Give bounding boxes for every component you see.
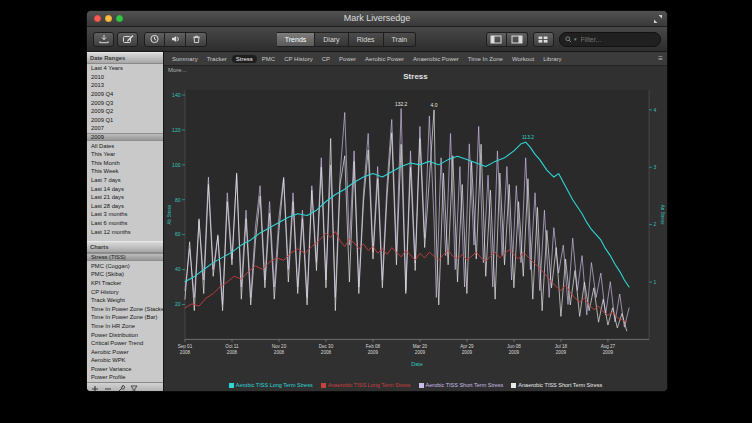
charts-list: Stress (TISS)PMC (Coggan)PMC (Skiba)KPI … <box>87 253 163 382</box>
add-icon[interactable] <box>91 385 99 391</box>
chart-menu-icon[interactable]: ≡ <box>658 55 663 63</box>
remove-icon[interactable] <box>104 385 112 391</box>
chart-list-item[interactable]: PMC (Coggan) <box>87 261 163 270</box>
chart-list-item[interactable]: Stress (TISS) <box>87 253 163 262</box>
date-range-item[interactable]: All Dates <box>87 141 163 150</box>
view-tab[interactable]: Train <box>384 32 417 47</box>
chart-column: SummaryTrackerStressPMCCP HistoryCPPower… <box>164 52 667 391</box>
chart-list-item[interactable]: Power Variance <box>87 365 163 374</box>
chart-tab[interactable]: CP History <box>280 55 317 63</box>
chart-list-item[interactable]: Aerobic WPK <box>87 356 163 365</box>
view-tab[interactable]: Trends <box>277 32 316 47</box>
chart-list-item[interactable]: Time In Power Zone (Bar) <box>87 313 163 322</box>
date-range-item[interactable]: 2009 Q4 <box>87 90 163 99</box>
import-button[interactable] <box>93 32 114 47</box>
chart-tab[interactable]: Time In Zone <box>464 55 507 63</box>
x-tick-year: 2009 <box>509 350 520 355</box>
right-tick-label: 3 <box>654 165 657 170</box>
filter-field[interactable]: ▾ <box>559 32 661 47</box>
date-range-item[interactable]: Last 3 months <box>87 210 163 219</box>
chart-list-item[interactable]: Time In Power Zone (Stacked) <box>87 304 163 313</box>
view-tab[interactable]: Rides <box>349 32 384 47</box>
date-range-item[interactable]: 2010 <box>87 73 163 82</box>
right-tick-label: 2 <box>654 222 657 227</box>
chart-list-item[interactable]: Power Profile <box>87 373 163 382</box>
chart-tab[interactable]: Library <box>539 55 565 63</box>
x-tick-year: 2008 <box>180 350 191 355</box>
legend-item[interactable]: Anaerobic TISS Long Term Stress <box>321 382 411 388</box>
filter-input[interactable] <box>579 35 655 44</box>
right-tick-label: 4 <box>654 108 657 113</box>
x-tick-year: 2008 <box>274 350 285 355</box>
toggle-left-sidebar-button[interactable] <box>486 32 507 47</box>
chart-list-item[interactable]: PMC (Skiba) <box>87 270 163 279</box>
traffic-lights <box>94 15 123 22</box>
left-tick-label: 40 <box>175 267 181 272</box>
filter-menu-caret-icon[interactable]: ▾ <box>574 37 577 42</box>
chart-list-item[interactable]: Power Distribution <box>87 330 163 339</box>
left-tick-label: 80 <box>175 198 181 203</box>
chart-tab[interactable]: Summary <box>168 55 202 63</box>
close-button[interactable] <box>94 15 101 22</box>
trash-button[interactable] <box>186 32 207 47</box>
chart-tab[interactable]: Tracker <box>203 55 231 63</box>
date-range-item[interactable]: Last 6 months <box>87 219 163 228</box>
tiled-view-button[interactable] <box>533 32 554 47</box>
chart-list-item[interactable]: Time In HR Zone <box>87 322 163 331</box>
legend-label: Anaerobic TISS Long Term Stress <box>328 382 411 388</box>
legend-item[interactable]: Anaerobic TISS Short Term Stress <box>511 382 602 388</box>
toggle-right-sidebar-button[interactable] <box>507 32 528 47</box>
date-range-item[interactable]: Last 21 days <box>87 193 163 202</box>
fullscreen-icon[interactable] <box>653 14 663 24</box>
chart-tab[interactable]: Anaerobic Power <box>409 55 463 63</box>
date-range-item[interactable]: 2009 Q1 <box>87 116 163 125</box>
date-range-item[interactable]: 2013 <box>87 81 163 90</box>
date-range-item[interactable]: This Month <box>87 159 163 168</box>
date-range-item[interactable]: This Year <box>87 150 163 159</box>
date-range-item[interactable]: Last 4 Years <box>87 64 163 73</box>
chart-tab[interactable]: PMC <box>258 55 279 63</box>
minimize-button[interactable] <box>105 15 112 22</box>
wrench-icon[interactable] <box>117 385 125 391</box>
legend-swatch <box>419 383 424 388</box>
left-tick-label: 120 <box>172 128 181 133</box>
chart-list-item[interactable]: Track Weight <box>87 296 163 305</box>
more-link[interactable]: More... <box>168 67 187 73</box>
tool-group <box>144 32 207 47</box>
chart-tab[interactable]: Power <box>335 55 360 63</box>
date-range-item[interactable]: Last 28 days <box>87 202 163 211</box>
chart-tab[interactable]: CP <box>318 55 334 63</box>
date-range-item[interactable]: 2007 <box>87 124 163 133</box>
chart-tab[interactable]: Aerobic Power <box>361 55 408 63</box>
zoom-button[interactable] <box>116 15 123 22</box>
intervals-button[interactable] <box>144 32 165 47</box>
date-range-item[interactable]: 2009 Q2 <box>87 107 163 116</box>
date-range-item[interactable]: This Week <box>87 167 163 176</box>
chart-tab[interactable]: Workout <box>508 55 538 63</box>
date-range-item[interactable]: 2009 <box>87 133 163 142</box>
audio-button[interactable] <box>165 32 186 47</box>
chart-tab[interactable]: Stress <box>232 55 257 63</box>
compose-button[interactable] <box>117 32 138 47</box>
date-range-item[interactable]: Last 14 days <box>87 184 163 193</box>
chart-list-item[interactable]: Critical Power Trend <box>87 339 163 348</box>
legend-item[interactable]: Aerobic TISS Short Term Stress <box>419 382 504 388</box>
x-tick-label: Jun 08 <box>507 344 521 349</box>
peak-annotation: 4.0 <box>431 103 438 108</box>
chart-list-item[interactable]: KPI Tracker <box>87 279 163 288</box>
x-tick-label: Feb 08 <box>366 344 381 349</box>
view-tab[interactable]: Diary <box>315 32 348 47</box>
left-tick-label: 140 <box>172 93 181 98</box>
x-tick-label: Apr 29 <box>460 344 474 349</box>
funnel-icon[interactable] <box>130 385 138 391</box>
chart-legend: Aerobic TISS Long Term StressAnaerobic T… <box>164 380 667 390</box>
date-range-item[interactable]: Last 12 months <box>87 227 163 236</box>
x-tick-year: 2009 <box>462 350 473 355</box>
legend-item[interactable]: Aerobic TISS Long Term Stress <box>229 382 313 388</box>
sidebar-section-header-charts: Charts <box>87 241 163 253</box>
title-bar[interactable]: Mark Liversedge <box>87 11 667 27</box>
date-range-item[interactable]: 2009 Q3 <box>87 98 163 107</box>
chart-list-item[interactable]: Aerobic Power <box>87 347 163 356</box>
chart-list-item[interactable]: CP History <box>87 287 163 296</box>
date-range-item[interactable]: Last 7 days <box>87 176 163 185</box>
